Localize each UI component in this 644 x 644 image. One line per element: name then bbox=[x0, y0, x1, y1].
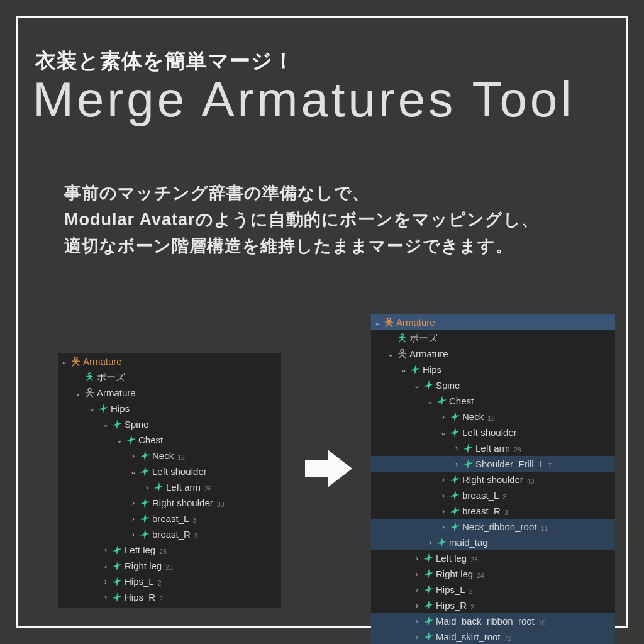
chevron-down-icon[interactable]: ⌄ bbox=[412, 382, 422, 389]
tree-row[interactable]: ⌄Left shoulder bbox=[58, 464, 281, 479]
tree-row-label: Hips_L bbox=[125, 577, 154, 586]
count-badge: 10 bbox=[538, 619, 546, 626]
chevron-down-icon[interactable]: ⌄ bbox=[73, 389, 83, 397]
count-badge: 2 bbox=[158, 580, 162, 587]
chevron-right-icon[interactable]: › bbox=[412, 570, 422, 578]
chevron-down-icon[interactable]: ⌄ bbox=[425, 397, 435, 405]
tree-row[interactable]: ⌄Hips bbox=[371, 362, 615, 377]
tree-row[interactable]: ⌄Armature bbox=[58, 353, 281, 369]
tree-row[interactable]: ⌄Chest bbox=[58, 432, 281, 448]
tree-row[interactable]: ›Maid_back_ribbon_root10 bbox=[371, 613, 615, 629]
armature-icon bbox=[396, 348, 408, 360]
chevron-down-icon[interactable]: ⌄ bbox=[114, 436, 125, 444]
bone-icon bbox=[138, 450, 151, 462]
tree-row[interactable]: ›Neck12 bbox=[58, 448, 281, 464]
tree-row[interactable]: ⌄Spine bbox=[58, 416, 281, 432]
bone-icon bbox=[422, 615, 435, 628]
chevron-right-icon[interactable]: › bbox=[142, 484, 152, 491]
chevron-right-icon[interactable]: › bbox=[438, 523, 448, 531]
tree-row-label: Neck_ribbon_root bbox=[462, 522, 536, 531]
count-badge: 11 bbox=[540, 525, 548, 532]
chevron-right-icon[interactable]: › bbox=[452, 460, 462, 468]
chevron-right-icon[interactable]: › bbox=[452, 445, 462, 452]
tree-row[interactable]: ›Hips_R2 bbox=[371, 597, 615, 613]
chevron-right-icon[interactable]: › bbox=[101, 562, 111, 570]
tree-row[interactable]: ›breast_R3 bbox=[371, 503, 615, 519]
chevron-right-icon[interactable]: › bbox=[438, 413, 448, 421]
tree-row-label: Armature bbox=[97, 388, 136, 397]
tree-row-label: breast_R bbox=[152, 530, 191, 539]
chevron-right-icon[interactable]: › bbox=[438, 476, 448, 484]
bone-icon bbox=[448, 474, 461, 486]
tree-row-label: Left arm bbox=[166, 482, 201, 492]
tree-row-label: Neck bbox=[152, 451, 174, 460]
tree-row[interactable]: ›Shoulder_Frill_L7 bbox=[371, 456, 615, 472]
tree-row[interactable]: ›Left arm28 bbox=[371, 440, 615, 456]
bone-icon bbox=[111, 544, 123, 557]
bone-icon bbox=[111, 418, 123, 431]
chevron-right-icon[interactable]: › bbox=[128, 452, 138, 460]
tree-row[interactable]: ›breast_L3 bbox=[58, 511, 281, 526]
count-badge: 23 bbox=[165, 564, 173, 571]
tree-row[interactable]: ⌄Armature bbox=[371, 346, 615, 362]
tree-row[interactable]: ›breast_R3 bbox=[58, 526, 281, 542]
tree-row[interactable]: ›Hips_L2 bbox=[58, 574, 281, 589]
chevron-right-icon[interactable]: › bbox=[412, 633, 422, 641]
tree-row[interactable]: ›maid_tag bbox=[371, 535, 615, 550]
pose-icon bbox=[396, 332, 408, 345]
tree-row[interactable]: ⌄Hips bbox=[58, 401, 281, 416]
count-badge: 3 bbox=[194, 533, 198, 540]
tree-row[interactable]: ›Right shoulder40 bbox=[371, 472, 615, 487]
chevron-right-icon[interactable]: › bbox=[128, 515, 138, 523]
tree-row[interactable]: ›Neck_ribbon_root11 bbox=[371, 519, 615, 535]
title-text: Merge Armatures Tool bbox=[33, 71, 575, 128]
tree-row-label: Left shoulder bbox=[152, 467, 207, 476]
tree-row-label: Armature bbox=[409, 349, 448, 358]
tree-row[interactable]: ›Right leg23 bbox=[58, 558, 281, 574]
chevron-down-icon[interactable]: ⌄ bbox=[101, 421, 111, 428]
armature-icon bbox=[69, 355, 82, 368]
count-badge: 40 bbox=[527, 478, 535, 485]
chevron-right-icon[interactable]: › bbox=[101, 578, 111, 586]
tree-row[interactable]: ›Left leg23 bbox=[58, 542, 281, 558]
tree-row-label: Neck bbox=[462, 412, 484, 421]
chevron-right-icon[interactable]: › bbox=[412, 602, 422, 609]
chevron-down-icon[interactable]: ⌄ bbox=[87, 405, 97, 413]
tree-row[interactable]: ›Maid_skirt_root72 bbox=[371, 629, 615, 644]
tree-row[interactable]: ›Hips_R2 bbox=[58, 589, 281, 605]
chevron-right-icon[interactable]: › bbox=[101, 547, 111, 554]
chevron-down-icon[interactable]: ⌄ bbox=[372, 319, 382, 326]
tree-row[interactable]: ⌄Armature bbox=[58, 385, 281, 401]
tree-row[interactable]: ›Left arm26 bbox=[58, 479, 281, 495]
chevron-down-icon[interactable]: ⌄ bbox=[59, 358, 69, 365]
bone-icon bbox=[448, 426, 461, 439]
bone-icon bbox=[422, 584, 435, 596]
chevron-right-icon[interactable]: › bbox=[128, 531, 138, 538]
chevron-down-icon[interactable]: ⌄ bbox=[438, 429, 448, 436]
chevron-right-icon[interactable]: › bbox=[412, 618, 422, 625]
chevron-right-icon[interactable]: › bbox=[101, 594, 111, 601]
tree-row[interactable]: ⌄Armature bbox=[371, 314, 615, 330]
tree-row[interactable]: ›Neck12 bbox=[371, 409, 615, 425]
tree-row-label: Left leg bbox=[125, 545, 155, 555]
tree-row[interactable]: ·ポーズ bbox=[371, 330, 615, 346]
chevron-down-icon[interactable]: ⌄ bbox=[399, 366, 409, 374]
tree-row[interactable]: ›breast_L3 bbox=[371, 487, 615, 503]
chevron-down-icon[interactable]: ⌄ bbox=[386, 350, 396, 358]
tree-row[interactable]: ⌄Spine bbox=[371, 377, 615, 393]
chevron-right-icon[interactable]: › bbox=[128, 499, 138, 507]
chevron-right-icon[interactable]: › bbox=[412, 555, 422, 562]
chevron-right-icon[interactable]: › bbox=[438, 508, 448, 515]
tree-row[interactable]: ⌄Chest bbox=[371, 393, 615, 409]
chevron-right-icon[interactable]: › bbox=[438, 492, 448, 499]
tree-row[interactable]: ›Hips_L2 bbox=[371, 582, 615, 597]
bone-icon bbox=[125, 434, 137, 447]
tree-row[interactable]: ›Right shoulder30 bbox=[58, 495, 281, 511]
chevron-down-icon[interactable]: ⌄ bbox=[128, 468, 138, 475]
chevron-right-icon[interactable]: › bbox=[412, 586, 422, 594]
chevron-right-icon[interactable]: › bbox=[425, 539, 435, 547]
tree-row[interactable]: ·ポーズ bbox=[58, 369, 281, 385]
tree-row[interactable]: ›Left leg23 bbox=[371, 550, 615, 566]
tree-row[interactable]: ›Right leg24 bbox=[371, 566, 615, 582]
tree-row[interactable]: ⌄Left shoulder bbox=[371, 425, 615, 440]
